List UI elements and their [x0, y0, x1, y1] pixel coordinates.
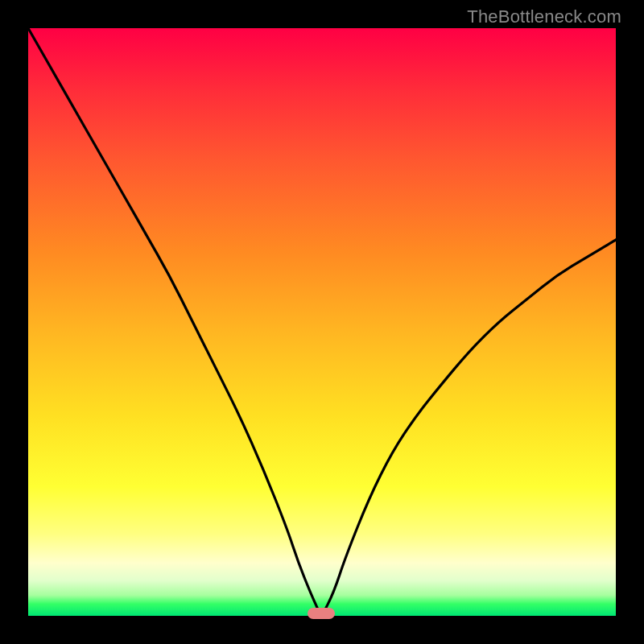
- plot-area: [28, 28, 616, 616]
- chart-container: TheBottleneck.com: [0, 0, 644, 644]
- optimal-marker: [308, 608, 335, 619]
- bottleneck-curve: [28, 28, 616, 616]
- watermark-text: TheBottleneck.com: [467, 6, 621, 27]
